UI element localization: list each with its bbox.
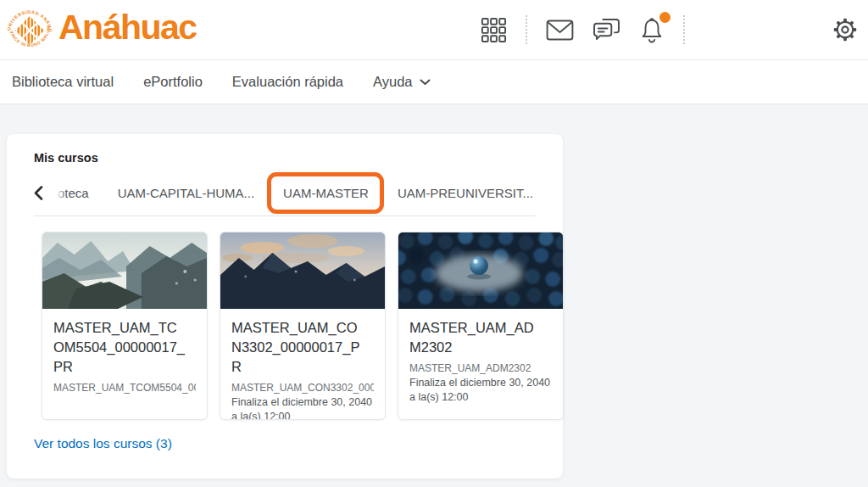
header-icon-bar [481, 15, 868, 44]
course-code: MASTER_UAM_CON3302_00000017_PR [231, 382, 374, 394]
my-courses-widget: Mis cursos oteca UAM-CAPITAL-HUMA... UAM… [7, 134, 563, 479]
app-header: UNIVERSIDAD ANÁHUAC VINCE IN BONO MALUM … [0, 0, 868, 60]
tab-uam-capital-humano[interactable]: UAM-CAPITAL-HUMA... [116, 182, 256, 204]
tab-uam-preuniversitario[interactable]: UAM-PREUNIVERSIT... [396, 182, 535, 204]
notification-badge [659, 12, 670, 23]
course-card-body: MASTER_UAM_ADM2302 MASTER_UAM_ADM2302 Fi… [398, 309, 563, 414]
course-end-date: Finaliza el diciembre 30, 2040 a la(s) 1… [409, 376, 552, 405]
apps-grid-icon[interactable] [481, 17, 507, 43]
course-cards-row: MASTER_UAM_TCOM5504_00000017_PR MASTER_U… [42, 232, 546, 420]
settings-gear-icon[interactable] [832, 17, 858, 42]
tabs-scroll-left-button[interactable] [34, 186, 43, 200]
tab-uam-master[interactable]: UAM-MASTER [281, 182, 370, 204]
vertical-dots-divider [683, 15, 685, 44]
notifications-bell-icon[interactable] [639, 16, 665, 43]
course-end-date: Finaliza el diciembre 30, 2040 a la(s) 1… [231, 395, 374, 420]
chat-icon[interactable] [593, 18, 620, 42]
course-image-blue-spheres [398, 232, 563, 309]
anahuac-logo[interactable]: UNIVERSIDAD ANÁHUAC VINCE IN BONO MALUM … [3, 3, 197, 57]
tab-label: UAM-MASTER [283, 186, 369, 200]
mail-icon[interactable] [546, 20, 574, 41]
page-content: Mis cursos oteca UAM-CAPITAL-HUMA... UAM… [0, 104, 868, 487]
tab-label: oteca [58, 186, 89, 200]
anahuac-seal-icon: UNIVERSIDAD ANÁHUAC VINCE IN BONO MALUM [3, 3, 54, 57]
tabs-divider [34, 216, 536, 216]
course-title: MASTER_UAM_ADM2302 [409, 318, 552, 357]
course-card-body: MASTER_UAM_CON3302_00000017_PR MASTER_UA… [220, 309, 385, 420]
nav-label: Biblioteca virtual [12, 74, 114, 90]
course-image-hazy-mountains [42, 232, 207, 309]
course-title: MASTER_UAM_TCOM5504_00000017_PR [53, 318, 196, 377]
nav-item-evaluacion-rapida[interactable]: Evaluación rápida [232, 74, 343, 90]
tab-label: UAM-CAPITAL-HUMA... [118, 186, 254, 200]
nav-item-ayuda-dropdown[interactable]: Ayuda [373, 74, 431, 90]
course-card-body: MASTER_UAM_TCOM5504_00000017_PR MASTER_U… [42, 309, 207, 405]
course-card-tcom5504[interactable]: MASTER_UAM_TCOM5504_00000017_PR MASTER_U… [42, 232, 208, 420]
tab-oteca-truncated[interactable]: oteca [56, 182, 91, 204]
brand-wordmark: Anáhuac [58, 10, 197, 50]
view-all-courses-link[interactable]: Ver todos los cursos (3) [34, 436, 172, 451]
nav-item-eportfolio[interactable]: ePortfolio [143, 74, 203, 90]
nav-item-biblioteca-virtual[interactable]: Biblioteca virtual [12, 74, 114, 90]
my-courses-title: Mis cursos [34, 151, 546, 165]
course-title: MASTER_UAM_CON3302_00000017_PR [231, 318, 374, 377]
course-code: MASTER_UAM_ADM2302 [409, 362, 552, 374]
nav-label: Ayuda [373, 74, 413, 90]
nav-label: ePortfolio [143, 74, 203, 90]
course-card-con3302[interactable]: MASTER_UAM_CON3302_00000017_PR MASTER_UA… [220, 232, 386, 420]
course-card-adm2302[interactable]: MASTER_UAM_ADM2302 MASTER_UAM_ADM2302 Fi… [398, 232, 564, 420]
chevron-down-icon [420, 79, 431, 86]
main-navbar: Biblioteca virtual ePortfolio Evaluación… [0, 60, 868, 104]
course-tabs: oteca UAM-CAPITAL-HUMA... UAM-MASTER UAM… [34, 182, 536, 204]
tab-label: UAM-PREUNIVERSIT... [398, 186, 533, 200]
course-code: MASTER_UAM_TCOM5504_00000017_PR [53, 382, 196, 394]
nav-label: Evaluación rápida [232, 74, 343, 90]
vertical-dots-divider [526, 15, 527, 44]
course-image-dusk-mountains [220, 232, 385, 309]
